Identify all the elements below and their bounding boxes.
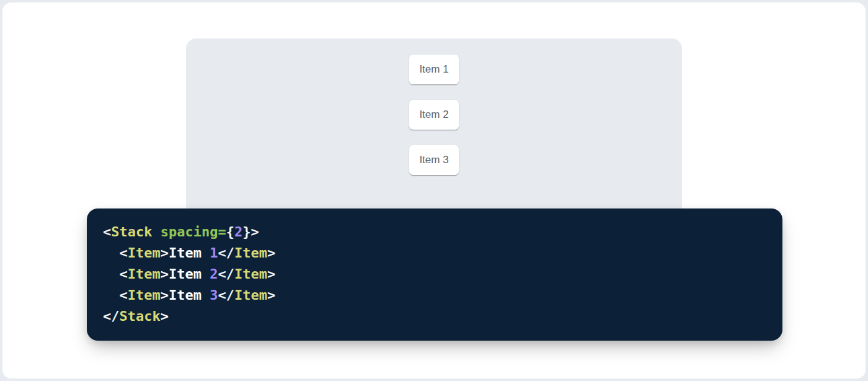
stack-item: Item 1: [409, 55, 458, 84]
code-line: <Stack spacing={2}>: [103, 222, 766, 243]
code-snippet: <Stack spacing={2}> <Item>Item 1</Item> …: [103, 222, 766, 327]
stack-demo: Item 1Item 2Item 3: [186, 38, 682, 175]
demo-preview-panel: Item 1Item 2Item 3: [186, 38, 682, 215]
code-line: <Item>Item 2</Item>: [103, 264, 766, 285]
page-background: Item 1Item 2Item 3 <Stack spacing={2}> <…: [2, 2, 866, 379]
stack-item: Item 3: [409, 145, 458, 175]
code-block: <Stack spacing={2}> <Item>Item 1</Item> …: [87, 208, 782, 341]
code-line: <Item>Item 3</Item>: [103, 285, 766, 306]
code-line: </Stack>: [103, 306, 766, 327]
stack-item: Item 2: [409, 100, 458, 130]
code-line: <Item>Item 1</Item>: [103, 243, 766, 264]
